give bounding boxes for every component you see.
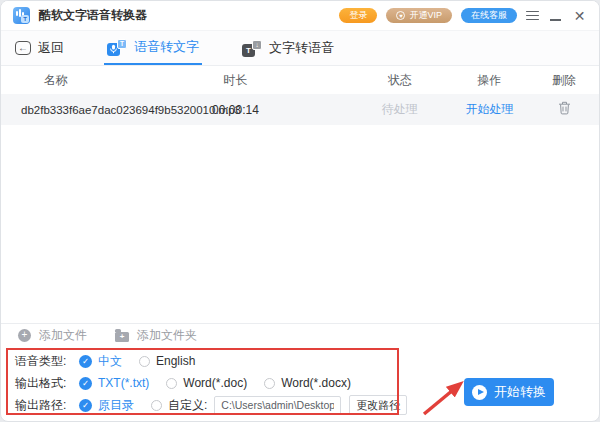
header-duration: 时长 <box>111 72 360 89</box>
folder-plus-icon <box>115 332 129 342</box>
radio-doc[interactable]: Word(*.doc) <box>166 376 247 390</box>
radio-unchecked-icon <box>139 356 150 367</box>
radio-doc-label: Word(*.doc) <box>183 376 247 390</box>
output-path-label: 输出路径: <box>15 397 79 414</box>
radio-unchecked-icon <box>151 400 162 411</box>
start-process-link[interactable]: 开始处理 <box>465 102 513 116</box>
add-folder-button[interactable]: 添加文件夹 <box>115 327 197 344</box>
speech-to-text-icon <box>107 39 127 56</box>
output-path-row: 输出路径: 原目录 自定义: 更改路径 <box>15 397 407 413</box>
add-file-label: 添加文件 <box>39 327 87 344</box>
text-to-speech-icon <box>242 40 262 57</box>
add-toolbar: 添加文件 添加文件夹 <box>1 323 599 347</box>
radio-original-dir[interactable]: 原目录 <box>79 397 134 414</box>
radio-docx-label: Word(*.docx) <box>281 376 351 390</box>
add-folder-label: 添加文件夹 <box>137 327 197 344</box>
tab-speech-to-text-label: 语音转文字 <box>134 38 199 56</box>
radio-unchecked-icon <box>264 378 275 389</box>
add-file-button[interactable]: 添加文件 <box>18 327 87 344</box>
radio-custom-dir-label: 自定义: <box>168 397 207 414</box>
radio-chinese-label: 中文 <box>98 353 122 370</box>
start-convert-label: 开始转换 <box>494 383 546 401</box>
status-badge: 待处理 <box>382 102 418 116</box>
start-convert-button[interactable]: 开始转换 <box>464 378 554 406</box>
radio-english-label: English <box>156 354 195 368</box>
login-button[interactable]: 登录 <box>339 8 377 23</box>
file-duration: 00:00:14 <box>111 103 360 117</box>
table-header: 名称 时长 状态 操作 删除 <box>1 67 599 94</box>
back-icon <box>15 41 31 55</box>
heart-icon <box>396 11 405 20</box>
play-icon <box>472 385 487 400</box>
back-button[interactable]: 返回 <box>15 39 64 57</box>
minimize-icon[interactable] <box>548 9 563 23</box>
close-icon[interactable]: ✕ <box>572 9 587 23</box>
output-format-row: 输出格式: TXT(*.txt) Word(*.doc) Word(*.docx… <box>15 375 368 391</box>
back-label: 返回 <box>38 39 64 57</box>
menu-icon[interactable] <box>526 11 539 21</box>
header-delete: 删除 <box>539 72 599 89</box>
plus-circle-icon <box>18 329 31 342</box>
delete-button[interactable] <box>558 101 571 115</box>
tab-speech-to-text[interactable]: 语音转文字 <box>104 31 202 65</box>
vip-label: 开通VIP <box>409 9 442 22</box>
radio-checked-icon <box>79 355 92 368</box>
radio-checked-icon <box>79 377 92 390</box>
header-operation: 操作 <box>440 72 540 89</box>
voice-type-row: 语音类型: 中文 English <box>15 353 212 369</box>
window-title: 酷软文字语音转换器 <box>39 7 147 24</box>
vip-button[interactable]: 开通VIP <box>386 8 452 23</box>
trash-icon <box>558 101 571 115</box>
radio-original-dir-label: 原目录 <box>98 397 134 414</box>
online-service-button[interactable]: 在线客服 <box>461 8 517 23</box>
path-input[interactable] <box>214 396 341 415</box>
header-status: 状态 <box>360 72 440 89</box>
radio-custom-dir[interactable]: 自定义: <box>151 397 207 414</box>
radio-txt[interactable]: TXT(*.txt) <box>79 376 149 390</box>
change-path-button[interactable]: 更改路径 <box>349 395 407 415</box>
title-bar: 酷软文字语音转换器 登录 开通VIP 在线客服 ✕ <box>1 1 599 30</box>
output-format-label: 输出格式: <box>15 375 79 392</box>
app-window: 酷软文字语音转换器 登录 开通VIP 在线客服 ✕ 返回 <box>0 0 600 422</box>
file-name: db2fb333f6ae7dac023694f9b5320010.mp3 <box>1 104 111 116</box>
tab-bar: 返回 语音转文字 文字转语音 <box>1 30 599 66</box>
table-row: db2fb333f6ae7dac023694f9b5320010.mp3 00:… <box>1 94 599 125</box>
radio-english[interactable]: English <box>139 354 195 368</box>
radio-checked-icon <box>79 399 92 412</box>
radio-docx[interactable]: Word(*.docx) <box>264 376 351 390</box>
header-name: 名称 <box>1 72 111 89</box>
radio-txt-label: TXT(*.txt) <box>98 376 149 390</box>
tab-text-to-speech[interactable]: 文字转语音 <box>242 31 334 65</box>
app-logo-icon <box>13 7 30 24</box>
radio-unchecked-icon <box>166 378 177 389</box>
voice-type-label: 语音类型: <box>15 353 79 370</box>
radio-chinese[interactable]: 中文 <box>79 353 122 370</box>
annotation-arrow <box>417 379 471 419</box>
tab-text-to-speech-label: 文字转语音 <box>269 39 334 57</box>
